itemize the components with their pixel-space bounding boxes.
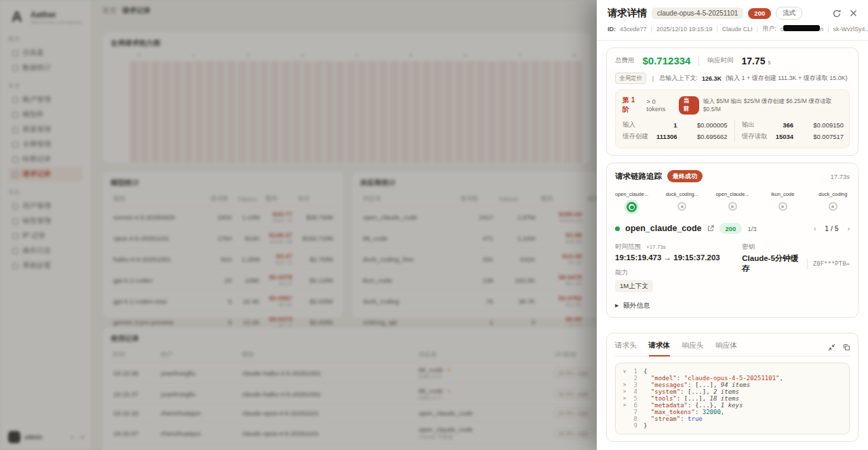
code-token: "messages" [651, 382, 688, 388]
code-line: v 1 { [621, 368, 844, 375]
code-token [644, 409, 651, 415]
code-line: > 5 "tools": [...], 18 items [621, 395, 844, 402]
payload-tab[interactable]: 请求体 [649, 339, 671, 356]
prev-page-icon[interactable]: ‹ [814, 225, 816, 232]
code-token: "stream" [651, 415, 680, 422]
payload-tab[interactable]: 响应头 [682, 339, 704, 356]
context-detail: (输入 1 + 缓存创建 111.3K + 缓存读取 15.0K) [726, 74, 848, 83]
fold-icon[interactable]: v [621, 368, 628, 375]
code-token: { [644, 368, 647, 375]
tier-cell: 输出366$0.009150 [742, 119, 844, 131]
code-token: [...] [695, 382, 713, 388]
trace-node-label: duck_coding... [666, 191, 698, 197]
code-token: , [713, 402, 721, 409]
final-status-badge: 最终成功 [667, 170, 703, 182]
trace-node-dot[interactable] [728, 202, 737, 211]
trace-node-dot[interactable] [778, 202, 787, 211]
fold-icon[interactable]: > [621, 402, 628, 409]
code-token: [...] [684, 395, 703, 402]
copy-icon[interactable] [843, 342, 850, 354]
code-token: true [688, 415, 703, 422]
attempt-counter: 1/3 [747, 225, 756, 232]
line-number: 3 [628, 382, 637, 388]
tier-cell: 缓存创建111306$0.695662 [623, 131, 728, 142]
code-token: 1 keys [721, 402, 743, 409]
tier-cell: 输入1$0.000005 [623, 119, 728, 131]
id-label: ID: [608, 26, 616, 33]
line-number: 1 [628, 368, 637, 375]
payload-tab[interactable]: 响应体 [716, 339, 738, 356]
page-indicator: 1 / 5 [825, 224, 838, 232]
code-token: 2 items [713, 388, 739, 395]
code-line: > 4 "system": [...], 2 items [621, 388, 844, 395]
code-token: , [780, 375, 783, 382]
stream-badge: 流式 [776, 7, 802, 20]
redaction-bar [783, 25, 820, 31]
trace-node-dot[interactable] [627, 202, 637, 212]
payload-tab[interactable]: 请求头 [615, 339, 637, 356]
code-token: {...} [695, 402, 713, 409]
code-line: 2 "model": "claude-opus-4-5-20251101", [621, 375, 844, 382]
line-number: 5 [628, 395, 637, 402]
tier-cell: 缓存读取15034$0.007517 [742, 131, 844, 142]
expand-arrow-icon: ▶ [615, 303, 618, 308]
code-line: > 6 "metadata": {...}, 1 keys [621, 402, 844, 409]
collapse-icon[interactable] [828, 342, 835, 354]
drawer-header: 请求详情 claude-opus-4-5-20251101 200 流式 [597, 0, 868, 24]
trace-card: 请求链路追踪 最终成功 17.73s open_claude... duck_c… [606, 163, 859, 318]
json-viewer[interactable]: v 1 { 2 "model": "claude-opus-4-5-202511… [615, 363, 850, 434]
refresh-icon[interactable] [833, 9, 841, 18]
trace-node-dot[interactable] [829, 202, 837, 211]
fold-icon[interactable]: > [621, 388, 628, 395]
trace-node[interactable]: open_claude... [615, 191, 648, 212]
success-dot-icon [615, 226, 620, 231]
ability-tag: 1M上下文 [615, 280, 653, 292]
trace-node[interactable]: duck_coding [816, 191, 850, 212]
key-value: Z0F***PT0= [813, 260, 850, 267]
current-attempt-row: open_claude_code 200 1/3 ‹ 1 / 5 › [615, 223, 850, 234]
code-line: 9 } [621, 422, 844, 429]
fold-icon[interactable]: > [621, 382, 628, 388]
trace-node[interactable]: duck_coding... [665, 191, 698, 212]
trace-node[interactable]: open_claude... [715, 191, 749, 212]
trace-duration: 17.73s [830, 173, 850, 180]
code-token: , [713, 382, 721, 388]
context-summary: 全局定价 ❙ 总输入上下文: 126.3K (输入 1 + 缓存创建 111.3… [615, 73, 850, 84]
trace-node[interactable]: ikun_code [766, 191, 800, 212]
code-token: "claude-opus-4-5-20251101" [684, 375, 780, 382]
model-tag: claude-opus-4-5-20251101 [652, 7, 743, 19]
code-token: "tools" [651, 395, 677, 402]
extra-info-toggle[interactable]: ▶ 额外信息 [615, 301, 850, 310]
code-token: , [706, 388, 713, 395]
code-token: [...] [688, 388, 706, 395]
code-token: : [688, 382, 695, 388]
code-token: 18 items [710, 395, 739, 402]
external-link-icon[interactable] [707, 225, 714, 232]
key-label: 密钥 [742, 243, 850, 251]
total-cost-value: $0.712334 [643, 55, 691, 66]
code-token: : [695, 409, 703, 415]
request-detail-drawer: 请求详情 claude-opus-4-5-20251101 200 流式 ID:… [597, 0, 868, 450]
trace-node-dot[interactable] [677, 202, 686, 211]
drawer-title: 请求详情 [608, 7, 647, 20]
code-token [644, 415, 651, 422]
request-meta: ID: 43cede77 | 2025/12/10 19:15:19 | Cla… [597, 24, 868, 41]
tier-rates: 输入 $5/M 输出 $25/M 缓存创建 $6.25/M 缓存读取 $0.5/… [703, 98, 842, 112]
tier-col-left: 输入1$0.000005 缓存创建111306$0.695662 [623, 119, 728, 142]
pricing-tier-box: 第 1 阶 > 0 tokens 当前 输入 $5/M 输出 $25/M 缓存创… [615, 89, 850, 148]
total-cost-label: 总费用 [615, 56, 635, 65]
user-value: cn [781, 25, 824, 33]
code-token: : [680, 415, 688, 422]
tier-col-right: 输出366$0.009150 缓存读取15034$0.007517 [742, 119, 844, 142]
ability-label: 能力 [615, 268, 742, 277]
next-page-icon[interactable]: › [848, 225, 850, 232]
time-range-value: 19:15:19.473 → 19:15:37.203 [615, 253, 742, 262]
code-token: "max_tokens" [651, 409, 695, 415]
code-token: "system" [651, 388, 680, 395]
code-token: : [688, 402, 695, 409]
client-name: Claude CLI [722, 26, 753, 33]
code-token [644, 388, 651, 395]
close-icon[interactable] [850, 9, 857, 17]
fold-icon[interactable]: > [621, 395, 628, 402]
code-token: "metadata" [651, 402, 688, 409]
